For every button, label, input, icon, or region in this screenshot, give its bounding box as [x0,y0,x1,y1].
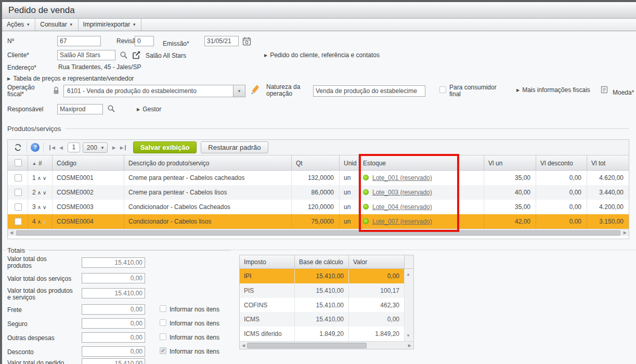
taxes-horizontal-scrollbar[interactable]: ◀ ▶ [240,341,413,349]
products-horizontal-scrollbar[interactable]: ◀ ▶ [8,229,629,236]
lot-link[interactable]: Lote_007 (reservado) [372,218,432,225]
move-up-icon[interactable]: ∧ [37,204,41,210]
tax-row-selected[interactable]: IPI 15.410,00 0,00 ▲ [240,269,413,283]
table-row[interactable]: 2∧∨ COSME0002 Creme para pentear - Cabel… [8,185,629,200]
scroll-up-icon[interactable]: ▲ [406,272,410,277]
page-size-select[interactable]: 200 ▼ [83,142,108,153]
vl-desconto-cell: 0,00 [536,185,587,200]
emissao-field[interactable] [204,36,239,46]
col-base-calculo[interactable]: Base de cálculo [295,255,349,268]
total-pedido-field[interactable] [82,358,145,364]
total-pedido-label: Valor total do pedido [7,360,64,364]
help-icon[interactable]: ? [31,143,40,152]
col-valor[interactable]: Valor [349,255,405,268]
search-icon[interactable] [107,105,115,113]
col-descricao[interactable]: Descrição do produto/serviço [124,155,292,170]
operacao-fiscal-select[interactable]: 6101 - Venda de produção do estabelecime… [63,85,245,97]
tax-row[interactable]: PIS 15.410,00 100,17 [240,283,413,298]
lot-link[interactable]: Lote_004 (reservado) [372,203,432,211]
col-estoque[interactable]: Estoque [359,155,484,170]
scroll-left-icon[interactable]: ◀ [240,343,247,348]
scroll-down-icon[interactable]: ▼ [406,333,410,338]
no-field[interactable] [57,36,101,46]
row-checkbox[interactable] [15,218,22,225]
tax-row[interactable]: ICMS diferido 1.849,20 1.849,20 ▼ [240,327,413,341]
col-imposto[interactable]: Imposto [240,255,295,268]
edit-pencil-icon[interactable] [251,83,259,96]
vl-desconto-cell: 0,00 [536,171,587,185]
gestor-expander[interactable]: ▶Gestor [137,106,161,113]
col-codigo[interactable]: Código [53,155,124,170]
col-num[interactable]: ▲# [28,155,53,170]
total-servicos-field[interactable] [82,273,145,283]
table-row[interactable]: 1∧∨ COSME0001 Creme para pentear - Cabel… [8,171,629,185]
chevron-down-icon[interactable]: ▼ [233,85,245,97]
lot-link[interactable]: Lote_003 (reservado) [372,189,432,196]
move-down-icon[interactable]: ∨ [43,219,46,225]
responsavel-field[interactable] [57,104,103,114]
unid-cell: un [340,185,359,200]
outras-despesas-field[interactable] [82,332,145,343]
page-number-input[interactable]: 1 [68,142,80,152]
consumidor-final-checkbox[interactable] [439,86,446,93]
tabela-precos-expander[interactable]: ▶Tabela de preços e representante/vended… [7,75,134,82]
table-row-selected[interactable]: 4∧∨ COSME0004 Condicionador - Cabelos li… [8,214,629,229]
calendar-icon[interactable] [242,36,251,46]
move-up-icon[interactable]: ∧ [37,190,41,196]
first-page-icon[interactable]: ◀ [49,145,57,150]
save-view-button[interactable]: Salvar exibição [133,141,197,153]
mais-info-fiscais-expander[interactable]: ▶Mais informações fiscais [516,86,590,94]
desconto-informar-label: Informar nos itens [170,348,219,355]
scrollbar-thumb[interactable] [16,230,620,236]
col-vl-desconto[interactable]: Vl desconto [536,155,587,170]
total-produtos-field[interactable] [82,257,145,268]
outras-informar-checkbox[interactable] [160,333,166,340]
restore-default-button[interactable]: Restaurar padrão [201,141,268,153]
seguro-informar-checkbox[interactable] [160,319,166,326]
desconto-field[interactable] [82,346,145,357]
frete-informar-checkbox[interactable] [160,305,166,312]
col-qt[interactable]: Qt [292,155,340,170]
row-checkbox[interactable] [15,203,22,211]
lot-link[interactable]: Lote_001 (reservado) [372,174,432,181]
search-icon[interactable] [120,51,128,59]
move-down-icon[interactable]: ∨ [43,204,46,210]
menu-imprimir-exportar[interactable]: Imprimir/exportar▼ [79,19,142,31]
pedido-cliente-expander[interactable]: ▶Pedido do cliente, referência e contato… [264,51,380,59]
desconto-informar-checkbox[interactable]: ✓ [160,347,166,354]
open-record-icon[interactable] [132,50,141,59]
scrollbar-thumb[interactable] [247,343,367,348]
prev-page-icon[interactable]: ◀ [57,145,65,150]
scroll-right-icon[interactable]: ▶ [406,343,413,348]
col-vl-tot[interactable]: Vl tot [587,155,629,170]
menu-consultar[interactable]: Consultar▼ [35,19,78,31]
move-up-icon[interactable]: ∧ [37,175,41,181]
tax-row[interactable]: ICMS 15.410,00 0,00 [240,312,413,327]
last-page-icon[interactable]: ▶ [118,145,126,150]
seguro-field[interactable] [82,318,145,329]
move-up-icon[interactable]: ∧ [37,219,41,225]
frete-field[interactable] [82,304,145,315]
natureza-operacao-field[interactable] [313,85,425,97]
col-vl-un[interactable]: Vl un [484,155,536,170]
cliente-field[interactable] [57,50,115,60]
scroll-right-icon[interactable]: ▶ [621,230,629,235]
col-unid[interactable]: Unid [340,155,359,170]
stock-status-icon [363,189,369,195]
scroll-left-icon[interactable]: ◀ [8,230,15,235]
row-checkbox[interactable] [15,189,22,196]
total-produtos-servicos-field[interactable] [82,288,145,298]
taxes-vertical-scrollbar[interactable]: ▲ [405,269,413,283]
select-all-checkbox[interactable] [15,159,22,166]
menu-acoes[interactable]: Ações▼ [2,19,35,31]
revisao-field[interactable] [135,36,154,46]
row-checkbox[interactable] [15,174,22,181]
tax-row[interactable]: COFINS 15.410,00 462,30 [240,298,413,313]
table-row[interactable]: 3∧∨ COSME0003 Condicionador - Cabelos Ca… [8,200,629,214]
refresh-icon[interactable] [14,144,22,151]
move-down-icon[interactable]: ∨ [43,190,46,196]
move-down-icon[interactable]: ∨ [43,175,46,181]
consumidor-final-label: Para consumidor final [449,84,499,98]
fiscal-note-icon[interactable] [601,86,608,94]
next-page-icon[interactable]: ▶ [110,145,118,150]
